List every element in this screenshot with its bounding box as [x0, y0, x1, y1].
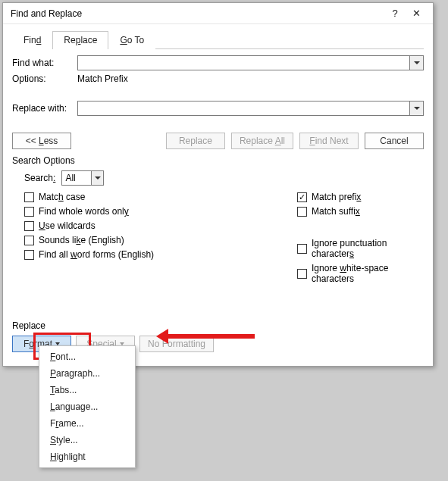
chevron-down-icon	[414, 61, 420, 64]
match-suffix-checkbox[interactable]: Match suffix	[297, 206, 424, 217]
replace-with-dropdown[interactable]	[409, 102, 423, 115]
search-direction-select[interactable]: All	[61, 170, 104, 186]
tab-goto[interactable]: Go To	[108, 31, 155, 49]
close-button[interactable]: ✕	[406, 6, 427, 21]
find-replace-dialog: Find and Replace ? ✕ Find Replace Go To …	[2, 2, 434, 367]
less-button[interactable]: << Less	[12, 133, 71, 149]
menu-tabs[interactable]: Tabs...	[39, 382, 135, 398]
replace-all-button[interactable]: Replace All	[231, 133, 293, 149]
tab-find[interactable]: Find	[12, 31, 52, 49]
tab-replace[interactable]: Replace	[52, 31, 108, 49]
find-what-input[interactable]	[77, 55, 424, 70]
word-forms-checkbox[interactable]: Find all word forms (English)	[24, 249, 282, 260]
ignore-punctuation-checkbox[interactable]: Ignore punctuation characters	[297, 238, 424, 259]
search-direction-label: Search:	[24, 173, 55, 183]
ignore-whitespace-checkbox[interactable]: Ignore white-space characters	[297, 263, 424, 284]
replace-button[interactable]: Replace	[166, 133, 225, 149]
options-value: Match Prefix	[77, 73, 128, 84]
options-row: Options: Match Prefix	[12, 73, 424, 84]
search-direction-dropdown[interactable]	[91, 171, 103, 185]
find-what-label: Find what:	[12, 58, 77, 68]
help-button[interactable]: ?	[384, 6, 406, 21]
menu-font[interactable]: Font...	[39, 348, 135, 365]
search-options-title: Search Options	[12, 155, 424, 166]
titlebar: Find and Replace ? ✕	[3, 3, 433, 24]
use-wildcards-checkbox[interactable]: Use wildcards	[24, 220, 282, 231]
find-what-row: Find what:	[12, 55, 424, 70]
sounds-like-checkbox[interactable]: Sounds like (English)	[24, 235, 282, 245]
menu-language[interactable]: Language...	[39, 398, 135, 415]
match-prefix-checkbox[interactable]: Match prefix	[297, 192, 424, 202]
find-next-button[interactable]: Find Next	[299, 133, 359, 149]
left-column: Match case Find whole words only Use wil…	[24, 192, 282, 284]
menu-frame[interactable]: Frame...	[39, 415, 135, 432]
format-dropdown-menu: Font... Paragraph... Tabs... Language...…	[39, 345, 136, 468]
dialog-title: Find and Replace	[11, 8, 384, 19]
options-label: Options:	[12, 73, 77, 84]
replace-with-row: Replace with:	[12, 101, 424, 116]
dialog-content: Find Replace Go To Find what: Options: M…	[3, 24, 433, 293]
menu-style[interactable]: Style...	[39, 432, 135, 448]
search-direction-row: Search: All	[24, 170, 424, 186]
tab-strip: Find Replace Go To	[12, 30, 424, 49]
action-button-row: << Less Replace Replace All Find Next Ca…	[12, 133, 424, 149]
replace-with-text[interactable]	[78, 102, 409, 115]
search-direction-value: All	[62, 171, 91, 185]
replace-with-label: Replace with:	[12, 103, 77, 114]
replace-with-input[interactable]	[77, 101, 424, 116]
find-what-text[interactable]	[78, 56, 409, 70]
chevron-down-icon	[414, 107, 420, 110]
find-what-dropdown[interactable]	[409, 56, 423, 70]
whole-words-checkbox[interactable]: Find whole words only	[24, 206, 282, 217]
annotation-arrow	[161, 327, 258, 345]
checkbox-columns: Match case Find whole words only Use wil…	[24, 192, 424, 284]
menu-highlight[interactable]: Highlight	[39, 448, 135, 465]
cancel-button[interactable]: Cancel	[365, 133, 424, 149]
menu-paragraph[interactable]: Paragraph...	[39, 365, 135, 382]
match-case-checkbox[interactable]: Match case	[24, 192, 282, 202]
right-column: Match prefix Match suffix Ignore punctua…	[297, 192, 424, 284]
chevron-down-icon	[95, 176, 101, 180]
